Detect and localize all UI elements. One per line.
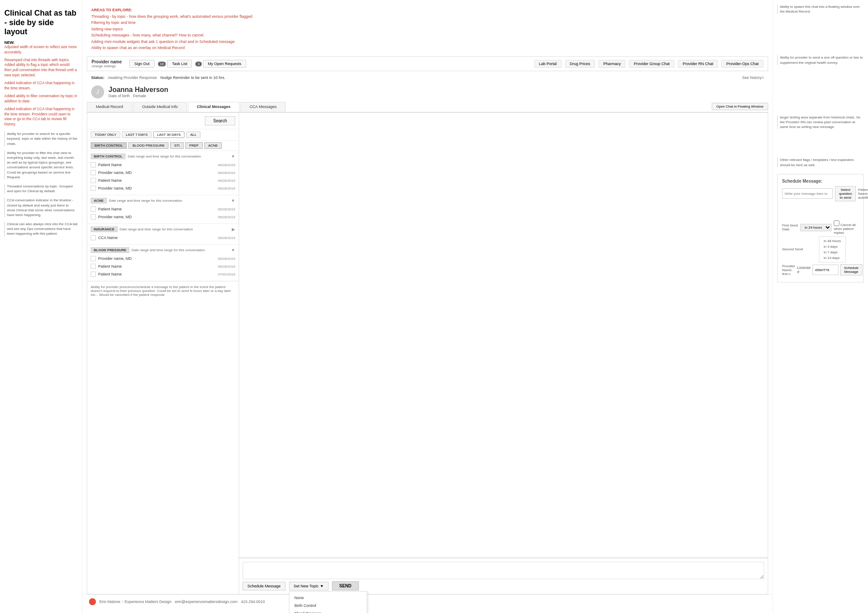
thread-date-range-2: Date range and time range for this conve… — [109, 199, 229, 203]
option-14days[interactable]: in 14 days — [819, 255, 845, 261]
areas-title: AREAS TO EXPLORE: — [91, 8, 764, 12]
open-chat-button[interactable]: Open Chat in Floating Window — [712, 103, 769, 110]
thread-collapse-arrow-4[interactable]: ▼ — [231, 248, 235, 252]
msg-sender-10: Patient Name — [98, 272, 216, 276]
first-send-label: First Send Date — [782, 223, 798, 231]
msg-date-4: 06/28/2019 — [218, 187, 235, 190]
compose-area: Schedule Message Set New Topic ▼ None Bi… — [239, 558, 768, 594]
chip-blood-pressure[interactable]: BLOOD PRESSURE — [128, 142, 168, 149]
thread-header-birth-control: BIRTH CONTROL Date range and time range … — [91, 154, 235, 159]
footer-logo-icon — [89, 598, 96, 605]
msg-checkbox-2[interactable] — [91, 170, 96, 175]
message-row: Patient Name 06/28/2019 — [91, 161, 235, 169]
chip-prep[interactable]: PREP — [185, 142, 203, 149]
nav-tab-lab-portal[interactable]: Lab Portal — [534, 60, 562, 68]
topic-tag-acne[interactable]: ACNE — [91, 198, 107, 203]
tab-cca-messages[interactable]: CCA Messages — [240, 102, 286, 112]
license-input[interactable] — [812, 265, 838, 275]
compose-textarea[interactable] — [243, 562, 764, 579]
provider-name: Provider name — [92, 59, 122, 64]
tab-clinical-messages[interactable]: Clinical Messages — [188, 102, 240, 112]
nav-tab-provider-ops-chat[interactable]: Provider-Ops Chat — [721, 60, 763, 68]
msg-checkbox-1[interactable] — [91, 162, 96, 167]
msg-sender-2: Provider name, MD — [98, 170, 216, 175]
msg-checkbox-6[interactable] — [91, 214, 96, 220]
patient-header: J Joanna Halverson Date of birth Female — [87, 82, 768, 102]
status-value: Awaiting Provider Response — [108, 75, 157, 80]
new-note-3: Added indication of CCA chat happening i… — [4, 81, 78, 91]
message-row: Provider name, MD 06/28/2019 — [91, 169, 235, 177]
select-question-button[interactable]: Select question to send — [835, 186, 856, 201]
search-bar: Search — [87, 113, 239, 129]
areas-header: AREAS TO EXPLORE: Threading - by topic -… — [82, 4, 773, 54]
set-new-topic-button[interactable]: Set New Topic ▼ — [289, 582, 329, 590]
msg-date-5: 06/28/2019 — [218, 207, 235, 211]
areas-items: Threading - by topic - how does the grou… — [91, 13, 764, 51]
chip-acne[interactable]: ACNE — [204, 142, 222, 149]
msg-checkbox-9[interactable] — [91, 264, 96, 269]
nav-provider: Provider name change settings — [92, 59, 122, 68]
patient-autofill-label: Patient Name: autofilled — [858, 188, 868, 200]
topic-option-none[interactable]: None — [289, 594, 367, 602]
status-bar: Status: Awaiting Provider Response Nudge… — [87, 73, 768, 82]
right-note-1: Ability to spawn this chat into a floati… — [777, 4, 864, 14]
first-send-row: First Send Date in 24 hours in 48 hours … — [782, 220, 859, 235]
filter-30days[interactable]: LAST 30 DAYS — [153, 131, 184, 138]
chip-birth-control[interactable]: BIRTH CONTROL — [91, 142, 127, 149]
send-options-list: in 48 hours in 3 days in 7 days in 14 da… — [819, 236, 846, 262]
filter-today[interactable]: TODAY ONLY — [91, 131, 120, 138]
schedule-message-button[interactable]: Schedule Message — [243, 582, 286, 590]
open-chat-wrapper: Open Chat in Floating Window — [712, 102, 769, 112]
filter-all[interactable]: ALL — [186, 131, 200, 138]
topic-option-birth-control[interactable]: Birth Control — [289, 602, 367, 610]
schedule-message-input[interactable] — [782, 188, 833, 199]
open-requests-badge: 3 — [195, 62, 201, 66]
tab-medical-record[interactable]: Medical Record — [87, 102, 132, 112]
topic-tag-insurance[interactable]: INSURANCE — [91, 226, 118, 232]
send-button[interactable]: SEND — [332, 581, 359, 590]
nav-tab-provider-rn-chat[interactable]: Provider RN Chat — [678, 60, 718, 68]
topic-tag-blood-pressure[interactable]: BLOOD PRESSURE — [91, 247, 129, 253]
cancel-checkbox[interactable] — [834, 220, 839, 226]
msg-checkbox-5[interactable] — [91, 207, 96, 212]
nav-tab-pharmacy[interactable]: Pharmacy — [598, 60, 626, 68]
task-list-button[interactable]: Task List — [167, 60, 192, 68]
sign-out-button[interactable]: Sign Out — [129, 60, 154, 68]
msg-checkbox-10[interactable] — [91, 272, 96, 277]
msg-checkbox-7[interactable] — [91, 235, 96, 240]
tab-outside-medical-info[interactable]: Outside Medical Info — [133, 102, 187, 112]
patient-tabs: Medical Record Outside Medical Info Clin… — [87, 102, 768, 113]
msg-sender-6: Provider name, MD — [98, 215, 216, 219]
my-open-requests-button[interactable]: My Open Requests — [203, 60, 246, 68]
msg-checkbox-8[interactable] — [91, 256, 96, 261]
see-history-link[interactable]: See history> — [742, 75, 764, 80]
thread-collapse-arrow-3[interactable]: ▶ — [232, 227, 235, 232]
nav-tab-provider-group-chat[interactable]: Provider Group Chat — [629, 60, 674, 68]
send-time-select[interactable]: in 24 hours in 48 hours in 3 days in 7 d… — [800, 224, 832, 231]
schedule-message-panel: Schedule Message: Select question to sen… — [777, 174, 864, 282]
annotation-filter: Ability for provider to filter the chat … — [4, 151, 78, 180]
msg-checkbox-4[interactable] — [91, 186, 96, 191]
message-area — [239, 113, 768, 558]
thread-collapse-arrow-1[interactable]: ▼ — [231, 154, 235, 159]
msg-checkbox-3[interactable] — [91, 178, 96, 183]
schedule-final-button[interactable]: Schedule Message — [840, 264, 862, 275]
annotation-cca2: Clinical can also always click into the … — [4, 222, 78, 236]
topic-option-blood-pressure[interactable]: Blood Pressure — [289, 610, 367, 613]
filter-7days[interactable]: LAST 7 DAYS — [122, 131, 151, 138]
change-settings[interactable]: change settings — [92, 64, 122, 68]
nav-tab-drug-prices[interactable]: Drug Prices — [565, 60, 595, 68]
msg-date-6: 06/28/2019 — [218, 215, 235, 219]
topic-tag-birth-control[interactable]: BIRTH CONTROL — [91, 154, 125, 159]
message-panel: Schedule Message Set New Topic ▼ None Bi… — [239, 113, 768, 594]
status-label: Status: — [91, 75, 105, 80]
msg-date-2: 06/28/2019 — [218, 171, 235, 175]
option-7days[interactable]: in 7 days — [819, 249, 845, 255]
option-3days[interactable]: in 3 days — [819, 244, 845, 249]
thread-collapse-arrow-2[interactable]: ▼ — [231, 198, 235, 203]
search-button[interactable]: Search — [205, 116, 235, 125]
option-48hours[interactable]: in 48 hours — [819, 238, 845, 244]
message-content-area[interactable] — [782, 203, 859, 220]
message-row: Provider name, MD 06/28/2019 — [91, 213, 235, 221]
chip-sti[interactable]: STI — [170, 142, 183, 149]
